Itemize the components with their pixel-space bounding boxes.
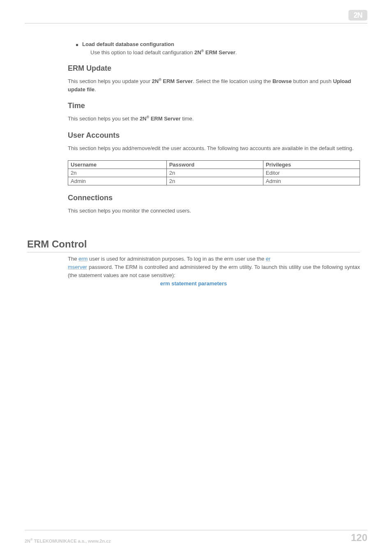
footer-company: TELEKOMUNIKACE a.s., www.2n.cz (33, 539, 111, 543)
connections-text: This section helps you monitor the conne… (68, 207, 360, 215)
th-password: Password (166, 161, 263, 169)
erm-control-divider (27, 252, 360, 252)
footer: 2N® TELEKOMUNIKACE a.s., www.2n.cz 120 (25, 532, 367, 543)
ec-c: password. The ERM is controlled and admi… (68, 264, 360, 278)
t-c: ERM Server (149, 116, 181, 122)
logo-text: 2N (353, 11, 362, 20)
td: Editor (263, 169, 360, 177)
erm-control-section: ERM Control The erm user is used for adm… (27, 238, 360, 287)
connections-section: Connections This section helps you monit… (68, 194, 360, 215)
td: Admin (68, 177, 167, 185)
main-content: Load default database configuration Use … (68, 41, 360, 223)
td: 2n (166, 169, 263, 177)
ec-a: The (68, 256, 78, 262)
sub-bold: 2N (194, 49, 201, 56)
sub-suffix: . (235, 49, 237, 56)
th-privileges: Privileges (263, 161, 360, 169)
erm-update-text: This section helps you update your 2N® E… (68, 77, 360, 93)
user-accounts-table: Username Password Privileges 2n 2n Edito… (68, 160, 360, 185)
erm-control-heading: ERM Control (27, 238, 360, 250)
table-row: Admin 2n Admin (68, 177, 360, 185)
bullet-square-icon (76, 44, 78, 46)
bullet-title: Load default database configuration (82, 41, 174, 47)
erm-link[interactable]: erm (78, 256, 88, 262)
bullet-item: Load default database configuration (68, 41, 360, 47)
ec-b: user is used for administration purposes… (88, 256, 265, 262)
erm-command: erm statement parameters (27, 280, 360, 287)
time-text: This section helps you set the 2N® ERM S… (68, 115, 360, 123)
t-b: 2N (140, 116, 147, 122)
ermserver-link-b[interactable]: mserver (68, 264, 87, 270)
erm-control-body: The erm user is used for administration … (68, 255, 360, 280)
sub-bold2: ERM Server (204, 49, 235, 56)
footer-divider (25, 530, 367, 530)
user-accounts-intro: This section helps you add/remove/edit t… (68, 144, 360, 153)
connections-heading: Connections (68, 194, 360, 202)
page-number: 120 (351, 532, 367, 543)
eu-e: Browse (272, 78, 292, 84)
logo-2n: 2N (348, 10, 367, 21)
footer-left: 2N® TELEKOMUNIKACE a.s., www.2n.cz (25, 538, 111, 543)
eu-a: This section helps you update your (68, 78, 152, 84)
bullet-sub-text: Use this option to load default canfigur… (90, 49, 360, 57)
time-heading: Time (68, 102, 360, 110)
th-username: Username (68, 161, 167, 169)
user-accounts-heading: User Accounts (68, 131, 360, 140)
ermserver-link-a[interactable]: er (266, 256, 271, 262)
eu-c: ERM Server (161, 78, 193, 84)
eu-f: button and push (292, 78, 333, 84)
t-d: time. (181, 116, 194, 122)
footer-2n: 2N (25, 539, 30, 543)
table-header-row: Username Password Privileges (68, 161, 360, 169)
table-row: 2n 2n Editor (68, 169, 360, 177)
td: 2n (68, 169, 167, 177)
td: Admin (263, 177, 360, 185)
eu-b: 2N (152, 78, 159, 84)
sub-prefix: Use this option to load default canfigur… (90, 49, 194, 56)
t-a: This section helps you set the (68, 116, 140, 122)
erm-update-heading: ERM Update (68, 64, 360, 73)
eu-h: . (95, 86, 96, 92)
header-divider (25, 23, 367, 23)
eu-d: . Select the file location using the (193, 78, 272, 84)
td: 2n (166, 177, 263, 185)
